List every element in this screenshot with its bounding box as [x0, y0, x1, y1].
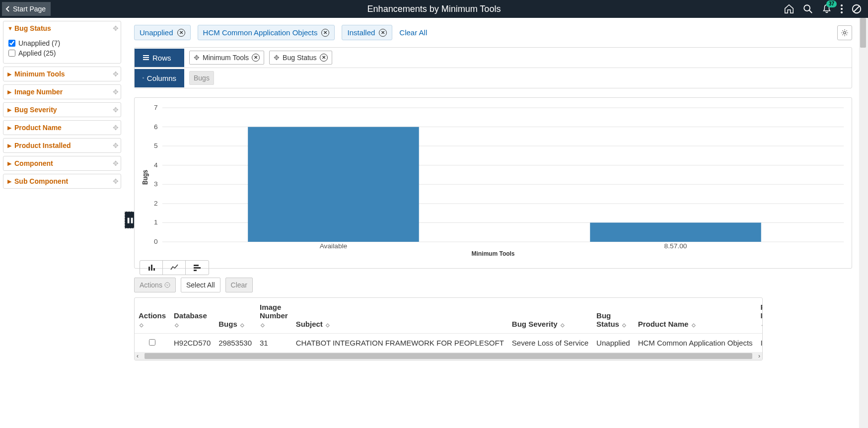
sort-icon: ◇: [240, 322, 244, 328]
back-start-page-button[interactable]: Start Page: [2, 2, 51, 16]
facet-header[interactable]: ▶Product Installed✥: [3, 139, 121, 152]
horizontal-scrollbar[interactable]: ‹ ›: [135, 352, 762, 360]
svg-text:Available: Available: [320, 243, 348, 249]
col-product-installed[interactable]: Product Installed◇: [757, 298, 763, 334]
svg-rect-34: [151, 265, 152, 271]
facet-header[interactable]: ▶Bug Severity✥: [3, 103, 121, 117]
rows-icon: [143, 54, 149, 61]
kebab-menu-icon[interactable]: [840, 3, 843, 14]
columns-icon: [143, 74, 144, 81]
drag-handle-icon[interactable]: ✥: [113, 177, 119, 185]
svg-rect-8: [143, 55, 149, 56]
results-table: Actions◇ Database◇ Bugs ◇ Image Number◇ …: [134, 297, 763, 360]
search-icon[interactable]: [802, 3, 813, 14]
facet-option-label: Applied (25): [18, 49, 56, 57]
caret-right-icon: ▶: [7, 160, 12, 167]
scroll-left-icon[interactable]: ‹: [135, 353, 141, 359]
bar-chart-button[interactable]: [140, 261, 163, 275]
clear-button[interactable]: Clear: [225, 278, 253, 292]
move-icon: ✥: [274, 54, 280, 62]
drag-handle-icon[interactable]: ✥: [113, 142, 119, 149]
facet-option-unapplied[interactable]: Unapplied (7): [8, 39, 116, 47]
notifications-icon[interactable]: 37: [821, 3, 832, 14]
sort-icon: ◇: [175, 322, 179, 328]
row-checkbox[interactable]: [149, 339, 155, 346]
clear-all-link[interactable]: Clear All: [399, 28, 427, 37]
line-chart-button[interactable]: [163, 261, 186, 275]
row-tag-bug-status[interactable]: ✥ Bug Status ✕: [269, 51, 332, 65]
facet-title: Product Installed: [14, 142, 71, 149]
tag-remove-icon[interactable]: ✕: [320, 54, 328, 62]
chip-remove-icon[interactable]: ✕: [177, 29, 185, 37]
col-bugs[interactable]: Bugs ◇: [215, 298, 256, 334]
select-all-button[interactable]: Select All: [181, 278, 220, 292]
facet-title: Product Name: [14, 124, 62, 132]
page-title: Enhancements by Minimum Tools: [367, 4, 501, 14]
cell-database: H92CD570: [170, 334, 215, 353]
drag-handle-icon[interactable]: ✥: [113, 124, 119, 132]
notification-count-badge: 37: [826, 0, 837, 7]
drag-handle-icon[interactable]: ✥: [113, 70, 119, 78]
horizontal-bar-button[interactable]: [186, 261, 209, 275]
facet-header-bug-status[interactable]: ▼ Bug Status ✥: [3, 21, 121, 35]
scroll-thumb[interactable]: [145, 353, 752, 359]
facet-option-applied[interactable]: Applied (25): [8, 49, 116, 57]
svg-line-6: [854, 6, 860, 12]
settings-gear-button[interactable]: [837, 25, 852, 40]
actions-label: Actions: [140, 281, 162, 289]
svg-point-0: [804, 5, 810, 11]
col-image-number[interactable]: Image Number◇: [256, 298, 292, 334]
main-content: Unapplied ✕ HCM Common Application Objec…: [124, 18, 868, 428]
facet-minimum-tools: ▶Minimum Tools✥: [3, 67, 121, 81]
svg-text:3: 3: [154, 181, 158, 188]
checkbox-applied[interactable]: [8, 50, 15, 57]
tag-remove-icon[interactable]: ✕: [252, 54, 260, 62]
facet-header[interactable]: ▶Component✥: [3, 156, 121, 170]
checkbox-unapplied[interactable]: [8, 40, 15, 47]
svg-point-3: [841, 8, 843, 10]
bar-85700[interactable]: [590, 222, 761, 242]
drag-handle-icon[interactable]: ✥: [113, 88, 119, 96]
col-bug-severity[interactable]: Bug Severity ◇: [508, 298, 592, 334]
facet-header[interactable]: ▶Image Number✥: [3, 85, 121, 99]
col-actions[interactable]: Actions◇: [135, 298, 170, 334]
scroll-thumb[interactable]: [860, 18, 866, 48]
facet-product-name: ▶Product Name✥: [3, 120, 121, 135]
cell-bugs: 29853530: [215, 334, 256, 353]
cell-product-installed: Installed ⌄: [757, 334, 763, 353]
scroll-right-icon[interactable]: ›: [756, 353, 762, 359]
bar-available[interactable]: [248, 127, 419, 242]
facet-header[interactable]: ▶Minimum Tools✥: [3, 67, 121, 81]
drag-handle-icon[interactable]: ✥: [113, 106, 119, 114]
col-product-name[interactable]: Product Name ◇: [634, 298, 757, 334]
chip-remove-icon[interactable]: ✕: [379, 29, 387, 37]
home-icon[interactable]: [784, 3, 795, 14]
col-subject[interactable]: Subject ◇: [292, 298, 508, 334]
filter-chip-hcm: HCM Common Application Objects ✕: [198, 25, 335, 40]
rows-tab: Rows: [135, 49, 184, 67]
row-tag-minimum-tools[interactable]: ✥ Minimum Tools ✕: [189, 51, 264, 65]
cell-bug-severity: Severe Loss of Service: [508, 334, 592, 353]
facet-component: ▶Component✥: [3, 156, 121, 171]
chart-type-switcher: [140, 260, 209, 275]
actions-dropdown-button[interactable]: Actions: [134, 278, 176, 292]
svg-text:Bugs: Bugs: [141, 170, 149, 185]
col-bug-status[interactable]: Bug Status ◇: [592, 298, 634, 334]
chevron-left-icon: [5, 6, 11, 12]
col-database[interactable]: Database◇: [170, 298, 215, 334]
facet-header[interactable]: ▶Product Name✥: [3, 121, 121, 135]
drag-handle-icon[interactable]: ✥: [113, 159, 119, 167]
facet-title: Bug Severity: [14, 106, 57, 114]
chart-panel: 0 1 2 3 4 5 6 7 Bugs Available 8.57.00: [134, 97, 852, 269]
topbar: Start Page Enhancements by Minimum Tools…: [0, 0, 868, 18]
vertical-scrollbar[interactable]: [859, 18, 868, 428]
drag-handle-icon[interactable]: ✥: [113, 24, 119, 32]
columns-tab: Columns: [135, 69, 184, 87]
facet-header[interactable]: ▶Sub Component✥: [3, 174, 121, 188]
facet-bug-status: ▼ Bug Status ✥ Unapplied (7) Applied (25…: [3, 21, 121, 64]
table-header-row: Actions◇ Database◇ Bugs ◇ Image Number◇ …: [135, 298, 763, 334]
svg-rect-38: [194, 270, 197, 271]
cell-bug-status: Unapplied: [592, 334, 634, 353]
no-sign-icon[interactable]: [851, 3, 862, 14]
chip-remove-icon[interactable]: ✕: [321, 29, 329, 37]
